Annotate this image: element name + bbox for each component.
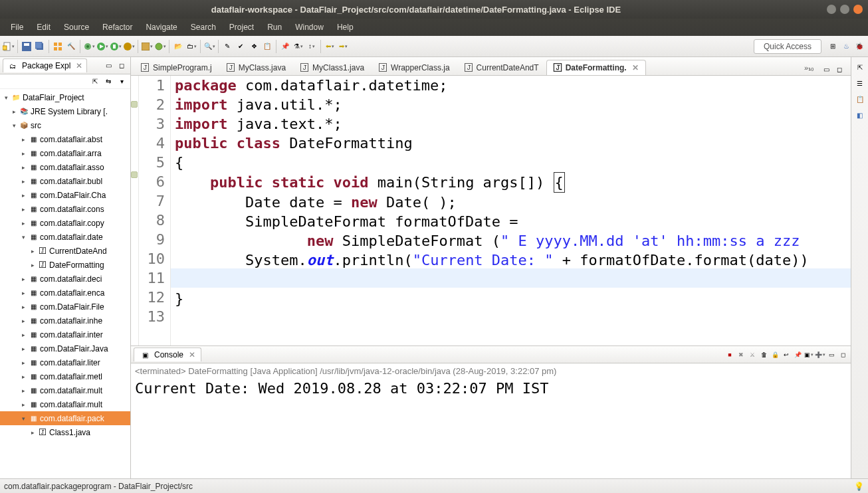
pin-console-icon[interactable]: 📌 xyxy=(792,349,803,360)
menu-window[interactable]: Window xyxy=(288,23,330,32)
package-explorer-tab[interactable]: 🗂 Package Expl ✕ xyxy=(3,58,87,72)
editor-tab[interactable]: 🄹WrapperClass.ja xyxy=(372,60,457,75)
editor-tab[interactable]: 🄹MyClass1.java xyxy=(293,60,372,75)
display-console-icon[interactable]: ▣ xyxy=(804,349,814,360)
save-all-icon[interactable] xyxy=(34,41,46,52)
menu-run[interactable]: Run xyxy=(261,23,288,32)
package-node[interactable]: ▸▦com.dataflair.arra xyxy=(0,146,130,160)
open-console-icon[interactable]: ➕ xyxy=(815,349,825,360)
package-node[interactable]: ▸▦com.dataflair.asso xyxy=(0,160,130,174)
fold-marker-icon[interactable] xyxy=(131,171,138,178)
build-icon[interactable]: 🔨 xyxy=(65,41,77,52)
project-node[interactable]: ▾📁DataFlair_Project xyxy=(0,90,130,104)
console-tab[interactable]: ▣ Console ✕ xyxy=(134,347,201,361)
java-file-node[interactable]: ▸🄹CurrentDateAnd xyxy=(0,244,130,258)
menu-edit[interactable]: Edit xyxy=(30,23,57,32)
package-node[interactable]: ▸▦com.dataflair.mult xyxy=(0,383,130,397)
maximize-button[interactable] xyxy=(840,5,849,14)
new-icon[interactable] xyxy=(3,41,15,52)
package-node[interactable]: ▸▦com.dataflair.liter xyxy=(0,355,130,369)
minimize-view-icon[interactable]: ▭ xyxy=(102,60,114,72)
save-icon[interactable] xyxy=(21,41,33,52)
new-class-icon[interactable] xyxy=(154,41,166,52)
maximize-editor-icon[interactable]: ◻ xyxy=(833,63,845,75)
minimize-editor-icon[interactable]: ▭ xyxy=(820,63,832,75)
scroll-lock-icon[interactable]: 🔒 xyxy=(770,349,780,360)
outline-icon[interactable]: ☰ xyxy=(854,77,866,89)
java-file-node[interactable]: ▸🄹DateFormatting xyxy=(0,258,130,272)
task-list-icon[interactable]: 📋 xyxy=(854,93,866,105)
filter-icon[interactable]: ⚗ xyxy=(292,41,304,52)
package-node[interactable]: ▸▦com.dataflair.metl xyxy=(0,369,130,383)
minimize-console-icon[interactable]: ▭ xyxy=(826,349,837,360)
code-content[interactable]: package com.dataflair.datetime; import j… xyxy=(171,76,851,345)
close-tab-icon[interactable]: ✕ xyxy=(632,63,639,72)
jre-node[interactable]: ▸📚JRE System Library [. xyxy=(0,104,130,118)
menu-file[interactable]: File xyxy=(4,23,30,32)
annotation-icon[interactable]: ❖ xyxy=(248,41,260,52)
code-editor[interactable]: 1 2 3 4 5 6 7 8 9 10 11 12 13 package co… xyxy=(131,76,851,345)
tip-icon[interactable]: 💡 xyxy=(854,482,864,491)
menu-refactor[interactable]: Refactor xyxy=(96,23,139,32)
link-editor-icon[interactable]: ⇆ xyxy=(102,76,114,88)
menu-navigate[interactable]: Navigate xyxy=(139,23,183,32)
remove-all-icon[interactable]: ⚔ xyxy=(747,349,758,360)
editor-tab[interactable]: 🄹MyClass.java xyxy=(219,60,293,75)
package-node[interactable]: ▸▦com.DataFlair.Java xyxy=(0,342,130,355)
pin-icon[interactable]: 📌 xyxy=(279,41,291,52)
console-output[interactable]: Current Date: Wed 2019.08.28 at 03:22:07… xyxy=(131,379,851,398)
package-node[interactable]: ▸▦com.dataflair.abst xyxy=(0,132,130,146)
package-tree[interactable]: ▾📁DataFlair_Project ▸📚JRE System Library… xyxy=(0,89,130,478)
view-menu-icon[interactable]: ▾ xyxy=(116,76,128,88)
debug-perspective-icon[interactable]: 🐞 xyxy=(853,41,865,52)
package-node[interactable]: ▸▦com.DataFlair.Cha xyxy=(0,188,130,202)
close-console-icon[interactable]: ✕ xyxy=(189,350,195,359)
menu-search[interactable]: Search xyxy=(184,23,223,32)
package-node-open[interactable]: ▾▦com.dataflair.date xyxy=(0,230,130,244)
toggle-breadcrumb-icon[interactable] xyxy=(52,41,64,52)
menu-help[interactable]: Help xyxy=(330,23,360,32)
package-node-selected[interactable]: ▾▦com.dataflair.pack xyxy=(0,411,130,425)
package-node[interactable]: ▸▦com.dataflair.mult xyxy=(0,397,130,411)
package-node[interactable]: ▸▦com.dataflair.inter xyxy=(0,328,130,342)
search-icon[interactable]: 🔍 xyxy=(203,41,215,52)
wand-icon[interactable]: ✎ xyxy=(221,41,233,52)
restore-icon[interactable]: ⇱ xyxy=(854,61,866,73)
editor-tab[interactable]: 🄹SimpleProgram.j xyxy=(134,60,219,75)
close-button[interactable] xyxy=(853,5,863,14)
word-wrap-icon[interactable]: ↩ xyxy=(781,349,792,360)
run-last-icon[interactable] xyxy=(123,41,135,52)
package-node[interactable]: ▸▦com.DataFlair.File xyxy=(0,300,130,314)
back-icon[interactable]: ⬅ xyxy=(324,41,336,52)
remove-launch-icon[interactable]: ✖ xyxy=(736,349,746,360)
mark-icon[interactable]: ✔ xyxy=(235,41,247,52)
collapse-all-icon[interactable]: ⇱ xyxy=(89,76,101,88)
maximize-view-icon[interactable]: ◻ xyxy=(116,60,128,72)
src-node[interactable]: ▾📦src xyxy=(0,118,130,132)
clear-console-icon[interactable]: 🗑 xyxy=(758,349,769,360)
package-node[interactable]: ▸▦com.dataflair.cons xyxy=(0,202,130,216)
open-task-icon[interactable]: 🗀 xyxy=(185,41,197,52)
coverage-icon[interactable] xyxy=(110,41,122,52)
terminate-icon[interactable]: ■ xyxy=(724,349,735,360)
minimize-button[interactable] xyxy=(827,5,836,14)
outline-view-icon[interactable]: ◧ xyxy=(854,109,866,121)
run-icon[interactable] xyxy=(96,41,108,52)
package-node[interactable]: ▸▦com.dataflair.copy xyxy=(0,216,130,230)
quick-access-input[interactable]: Quick Access xyxy=(754,39,821,54)
package-node[interactable]: ▸▦com.dataflair.inhe xyxy=(0,314,130,328)
package-node[interactable]: ▸▦com.dataflair.enca xyxy=(0,286,130,300)
sort-icon[interactable]: ↕ xyxy=(306,41,318,52)
java-file-node[interactable]: ▸🄹Class1.java xyxy=(0,425,130,439)
fold-marker-icon[interactable] xyxy=(131,101,138,108)
forward-icon[interactable]: ➡ xyxy=(337,41,349,52)
editor-tab-active[interactable]: 🄹DateFormatting.✕ xyxy=(546,60,646,75)
close-view-icon[interactable]: ✕ xyxy=(76,61,82,70)
menu-project[interactable]: Project xyxy=(223,23,261,32)
open-perspective-icon[interactable]: ⊞ xyxy=(827,41,839,52)
menu-source[interactable]: Source xyxy=(57,23,96,32)
java-perspective-icon[interactable]: ♨ xyxy=(840,41,852,52)
maximize-console-icon[interactable]: ◻ xyxy=(837,349,848,360)
debug-icon[interactable] xyxy=(83,41,95,52)
new-package-icon[interactable] xyxy=(141,41,153,52)
